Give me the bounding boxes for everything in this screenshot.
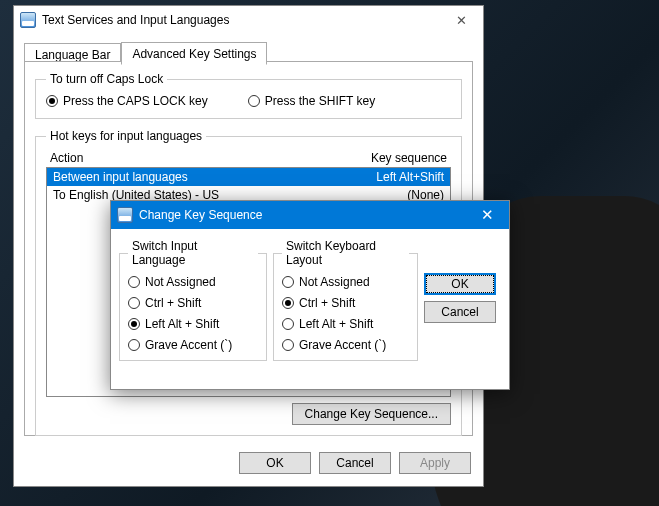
radio-icon (46, 95, 58, 107)
radio-label: Press the CAPS LOCK key (63, 94, 208, 108)
close-icon[interactable]: ✕ (445, 10, 477, 30)
apply-button: Apply (399, 452, 471, 474)
radio-icon (282, 318, 294, 330)
radio-icon (128, 276, 140, 288)
radio-icon (282, 276, 294, 288)
cancel-button[interactable]: Cancel (319, 452, 391, 474)
close-icon[interactable]: ✕ (471, 205, 503, 225)
radio-not-assigned[interactable]: Not Assigned (128, 275, 258, 289)
radio-label: Grave Accent (`) (145, 338, 232, 352)
keyboard-icon (20, 12, 36, 28)
radio-left-alt-shift[interactable]: Left Alt + Shift (128, 317, 258, 331)
radio-label: Ctrl + Shift (145, 296, 201, 310)
radio-ctrl-shift[interactable]: Ctrl + Shift (128, 296, 258, 310)
radio-label: Ctrl + Shift (299, 296, 355, 310)
titlebar[interactable]: Text Services and Input Languages ✕ (14, 6, 483, 34)
titlebar[interactable]: Change Key Sequence ✕ (111, 201, 509, 229)
dialog-title: Change Key Sequence (139, 208, 471, 222)
radio-label: Not Assigned (299, 275, 370, 289)
switch-input-language-group: Switch Input Language Not Assigned Ctrl … (119, 239, 267, 361)
radio-label: Left Alt + Shift (145, 317, 219, 331)
radio-ctrl-shift[interactable]: Ctrl + Shift (282, 296, 409, 310)
radio-icon (248, 95, 260, 107)
hotkey-key: Left Alt+Shift (334, 170, 444, 184)
tab-advanced-key-settings[interactable]: Advanced Key Settings (121, 42, 267, 65)
group-legend: Switch Keyboard Layout (282, 239, 409, 267)
radio-left-alt-shift[interactable]: Left Alt + Shift (282, 317, 409, 331)
radio-not-assigned[interactable]: Not Assigned (282, 275, 409, 289)
radio-label: Not Assigned (145, 275, 216, 289)
radio-grave-accent[interactable]: Grave Accent (`) (282, 338, 409, 352)
radio-press-caps-lock[interactable]: Press the CAPS LOCK key (46, 94, 208, 108)
header-action: Action (50, 151, 337, 165)
modal-button-column: OK Cancel (424, 273, 496, 323)
radio-icon (128, 339, 140, 351)
dialog-button-row: OK Cancel Apply (239, 452, 471, 474)
change-key-sequence-button[interactable]: Change Key Sequence... (292, 403, 451, 425)
header-key-sequence: Key sequence (337, 151, 447, 165)
hotkey-list-header: Action Key sequence (46, 149, 451, 167)
radio-label: Press the SHIFT key (265, 94, 375, 108)
hotkey-action: Between input languages (53, 170, 334, 184)
list-item[interactable]: Between input languages Left Alt+Shift (47, 168, 450, 186)
radio-grave-accent[interactable]: Grave Accent (`) (128, 338, 258, 352)
ok-button[interactable]: OK (424, 273, 496, 295)
radio-icon (128, 318, 140, 330)
ok-button[interactable]: OK (239, 452, 311, 474)
change-key-sequence-dialog: Change Key Sequence ✕ Switch Input Langu… (110, 200, 510, 390)
caps-lock-legend: To turn off Caps Lock (46, 72, 167, 86)
caps-lock-group: To turn off Caps Lock Press the CAPS LOC… (35, 72, 462, 119)
radio-press-shift[interactable]: Press the SHIFT key (248, 94, 375, 108)
radio-icon (282, 339, 294, 351)
radio-icon (282, 297, 294, 309)
keyboard-icon (117, 207, 133, 223)
radio-label: Grave Accent (`) (299, 338, 386, 352)
radio-label: Left Alt + Shift (299, 317, 373, 331)
radio-icon (128, 297, 140, 309)
cancel-button[interactable]: Cancel (424, 301, 496, 323)
switch-keyboard-layout-group: Switch Keyboard Layout Not Assigned Ctrl… (273, 239, 418, 361)
hotkeys-legend: Hot keys for input languages (46, 129, 206, 143)
group-legend: Switch Input Language (128, 239, 258, 267)
window-title: Text Services and Input Languages (42, 13, 445, 27)
